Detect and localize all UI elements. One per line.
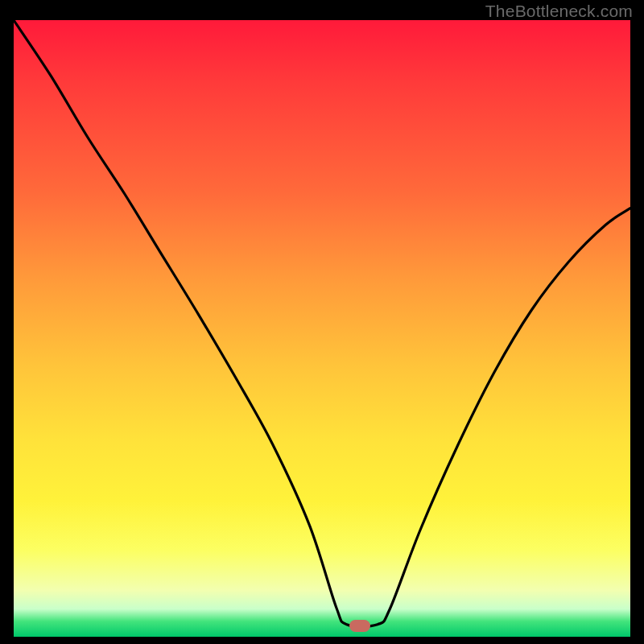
watermark-text: TheBottleneck.com: [485, 2, 633, 21]
bottleneck-curve: [14, 20, 630, 637]
plot-area: [14, 20, 630, 637]
bottleneck-marker: [349, 620, 370, 632]
